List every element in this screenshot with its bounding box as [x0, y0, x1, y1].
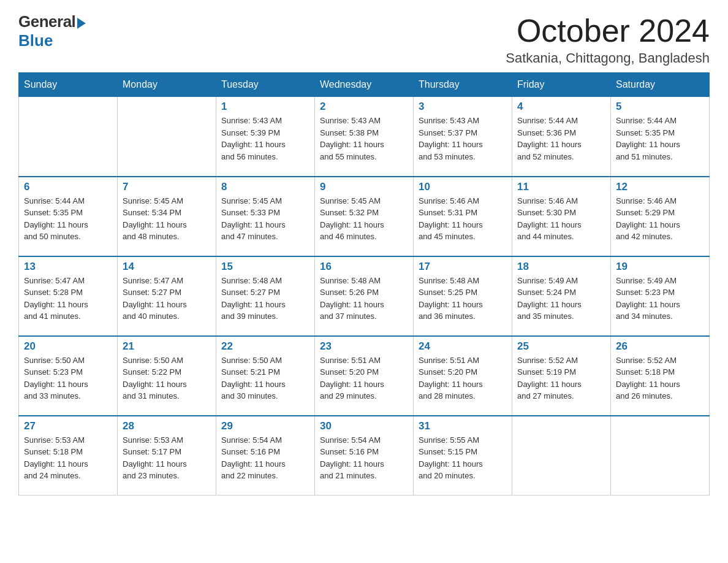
day-info: Sunrise: 5:54 AM Sunset: 5:16 PM Dayligh…	[221, 434, 309, 482]
calendar-cell: 26Sunrise: 5:52 AM Sunset: 5:18 PM Dayli…	[611, 336, 710, 416]
calendar-cell: 19Sunrise: 5:49 AM Sunset: 5:23 PM Dayli…	[611, 256, 710, 336]
day-info: Sunrise: 5:44 AM Sunset: 5:36 PM Dayligh…	[517, 115, 605, 163]
day-number: 10	[419, 181, 507, 193]
day-number: 9	[320, 181, 408, 193]
day-info: Sunrise: 5:54 AM Sunset: 5:16 PM Dayligh…	[320, 434, 408, 482]
calendar-cell	[611, 416, 710, 496]
day-number: 16	[320, 261, 408, 273]
logo-arrow-icon	[77, 18, 86, 29]
day-number: 11	[517, 181, 605, 193]
calendar-cell: 7Sunrise: 5:45 AM Sunset: 5:34 PM Daylig…	[118, 177, 216, 256]
day-info: Sunrise: 5:49 AM Sunset: 5:24 PM Dayligh…	[517, 275, 605, 323]
calendar-cell: 1Sunrise: 5:43 AM Sunset: 5:39 PM Daylig…	[216, 97, 315, 177]
calendar-cell: 10Sunrise: 5:46 AM Sunset: 5:31 PM Dayli…	[414, 177, 512, 256]
day-info: Sunrise: 5:50 AM Sunset: 5:22 PM Dayligh…	[123, 354, 211, 402]
calendar-cell: 8Sunrise: 5:45 AM Sunset: 5:33 PM Daylig…	[216, 177, 315, 256]
day-info: Sunrise: 5:46 AM Sunset: 5:31 PM Dayligh…	[419, 195, 507, 243]
day-info: Sunrise: 5:51 AM Sunset: 5:20 PM Dayligh…	[320, 354, 408, 402]
calendar-cell: 4Sunrise: 5:44 AM Sunset: 5:36 PM Daylig…	[512, 97, 611, 177]
day-info: Sunrise: 5:45 AM Sunset: 5:34 PM Dayligh…	[123, 195, 211, 243]
day-number: 31	[419, 420, 507, 432]
day-info: Sunrise: 5:46 AM Sunset: 5:30 PM Dayligh…	[517, 195, 605, 243]
day-number: 20	[24, 340, 112, 353]
calendar-cell: 15Sunrise: 5:48 AM Sunset: 5:27 PM Dayli…	[216, 256, 315, 336]
calendar-cell: 31Sunrise: 5:55 AM Sunset: 5:15 PM Dayli…	[414, 416, 512, 496]
calendar-week-row: 13Sunrise: 5:47 AM Sunset: 5:28 PM Dayli…	[19, 256, 710, 336]
day-number: 25	[517, 340, 605, 353]
day-number: 13	[24, 261, 112, 273]
day-number: 6	[24, 181, 112, 193]
day-info: Sunrise: 5:43 AM Sunset: 5:38 PM Dayligh…	[320, 115, 408, 163]
day-info: Sunrise: 5:50 AM Sunset: 5:23 PM Dayligh…	[24, 354, 112, 402]
calendar-cell	[19, 97, 118, 177]
calendar-week-row: 20Sunrise: 5:50 AM Sunset: 5:23 PM Dayli…	[19, 336, 710, 416]
header-monday: Monday	[118, 73, 216, 97]
day-number: 23	[320, 340, 408, 353]
calendar-cell: 22Sunrise: 5:50 AM Sunset: 5:21 PM Dayli…	[216, 336, 315, 416]
calendar-header-row: SundayMondayTuesdayWednesdayThursdayFrid…	[19, 73, 710, 97]
day-number: 30	[320, 420, 408, 432]
day-number: 22	[221, 340, 309, 353]
calendar-cell: 23Sunrise: 5:51 AM Sunset: 5:20 PM Dayli…	[315, 336, 414, 416]
calendar-cell	[118, 97, 216, 177]
calendar-cell: 9Sunrise: 5:45 AM Sunset: 5:32 PM Daylig…	[315, 177, 414, 256]
day-info: Sunrise: 5:47 AM Sunset: 5:28 PM Dayligh…	[24, 275, 112, 323]
calendar-cell: 27Sunrise: 5:53 AM Sunset: 5:18 PM Dayli…	[19, 416, 118, 496]
day-number: 8	[221, 181, 309, 193]
calendar-cell: 3Sunrise: 5:43 AM Sunset: 5:37 PM Daylig…	[414, 97, 512, 177]
day-info: Sunrise: 5:45 AM Sunset: 5:33 PM Dayligh…	[221, 195, 309, 243]
header-sunday: Sunday	[19, 73, 118, 97]
calendar-cell: 21Sunrise: 5:50 AM Sunset: 5:22 PM Dayli…	[118, 336, 216, 416]
location-subtitle: Satkania, Chittagong, Bangladesh	[506, 50, 710, 66]
day-info: Sunrise: 5:44 AM Sunset: 5:35 PM Dayligh…	[616, 115, 704, 163]
logo-general-text: General	[18, 12, 75, 31]
day-info: Sunrise: 5:53 AM Sunset: 5:17 PM Dayligh…	[123, 434, 211, 482]
calendar-cell: 18Sunrise: 5:49 AM Sunset: 5:24 PM Dayli…	[512, 256, 611, 336]
calendar-cell: 30Sunrise: 5:54 AM Sunset: 5:16 PM Dayli…	[315, 416, 414, 496]
header-wednesday: Wednesday	[315, 73, 414, 97]
header-saturday: Saturday	[611, 73, 710, 97]
day-info: Sunrise: 5:47 AM Sunset: 5:27 PM Dayligh…	[123, 275, 211, 323]
calendar-cell: 12Sunrise: 5:46 AM Sunset: 5:29 PM Dayli…	[611, 177, 710, 256]
day-number: 27	[24, 420, 112, 432]
day-info: Sunrise: 5:45 AM Sunset: 5:32 PM Dayligh…	[320, 195, 408, 243]
header-thursday: Thursday	[414, 73, 512, 97]
calendar-cell: 11Sunrise: 5:46 AM Sunset: 5:30 PM Dayli…	[512, 177, 611, 256]
calendar-cell	[512, 416, 611, 496]
day-info: Sunrise: 5:43 AM Sunset: 5:39 PM Dayligh…	[221, 115, 309, 163]
day-info: Sunrise: 5:49 AM Sunset: 5:23 PM Dayligh…	[616, 275, 704, 323]
day-info: Sunrise: 5:44 AM Sunset: 5:35 PM Dayligh…	[24, 195, 112, 243]
day-info: Sunrise: 5:52 AM Sunset: 5:18 PM Dayligh…	[616, 354, 704, 402]
day-info: Sunrise: 5:43 AM Sunset: 5:37 PM Dayligh…	[419, 115, 507, 163]
day-info: Sunrise: 5:55 AM Sunset: 5:15 PM Dayligh…	[419, 434, 507, 482]
calendar-cell: 28Sunrise: 5:53 AM Sunset: 5:17 PM Dayli…	[118, 416, 216, 496]
logo-blue-text: Blue	[18, 31, 53, 50]
day-number: 1	[221, 101, 309, 113]
calendar-cell: 6Sunrise: 5:44 AM Sunset: 5:35 PM Daylig…	[19, 177, 118, 256]
day-number: 19	[616, 261, 704, 273]
day-info: Sunrise: 5:52 AM Sunset: 5:19 PM Dayligh…	[517, 354, 605, 402]
month-year-title: October 2024	[506, 12, 710, 49]
calendar-cell: 16Sunrise: 5:48 AM Sunset: 5:26 PM Dayli…	[315, 256, 414, 336]
day-info: Sunrise: 5:53 AM Sunset: 5:18 PM Dayligh…	[24, 434, 112, 482]
day-number: 15	[221, 261, 309, 273]
day-number: 21	[123, 340, 211, 353]
title-section: October 2024 Satkania, Chittagong, Bangl…	[506, 12, 710, 66]
calendar-table: SundayMondayTuesdayWednesdayThursdayFrid…	[18, 72, 710, 496]
page-header: General Blue October 2024 Satkania, Chit…	[18, 12, 710, 66]
day-number: 29	[221, 420, 309, 432]
day-info: Sunrise: 5:48 AM Sunset: 5:27 PM Dayligh…	[221, 275, 309, 323]
header-tuesday: Tuesday	[216, 73, 315, 97]
day-number: 4	[517, 101, 605, 113]
logo: General Blue	[18, 12, 86, 50]
day-number: 12	[616, 181, 704, 193]
day-info: Sunrise: 5:48 AM Sunset: 5:26 PM Dayligh…	[320, 275, 408, 323]
day-number: 5	[616, 101, 704, 113]
day-number: 18	[517, 261, 605, 273]
day-info: Sunrise: 5:48 AM Sunset: 5:25 PM Dayligh…	[419, 275, 507, 323]
day-number: 3	[419, 101, 507, 113]
calendar-cell: 13Sunrise: 5:47 AM Sunset: 5:28 PM Dayli…	[19, 256, 118, 336]
day-info: Sunrise: 5:51 AM Sunset: 5:20 PM Dayligh…	[419, 354, 507, 402]
calendar-cell: 14Sunrise: 5:47 AM Sunset: 5:27 PM Dayli…	[118, 256, 216, 336]
day-number: 28	[123, 420, 211, 432]
